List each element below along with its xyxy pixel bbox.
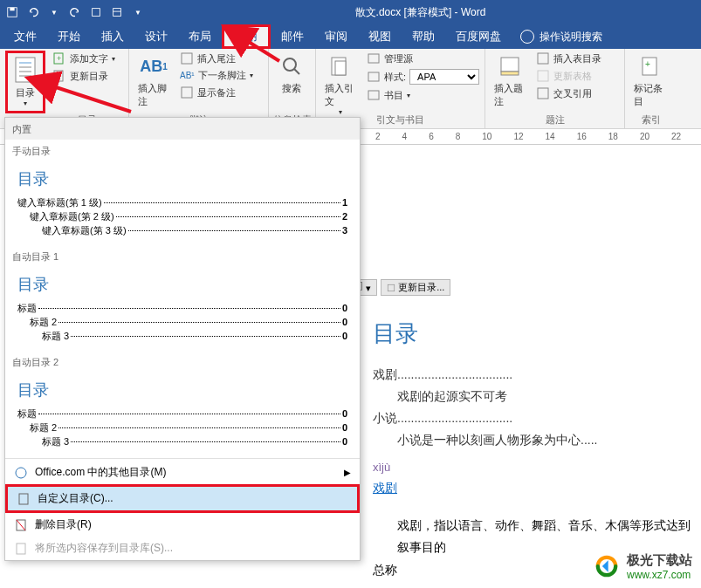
search-button[interactable]: 搜索 bbox=[274, 51, 309, 97]
dd-custom-label: 自定义目录(C)... bbox=[38, 491, 113, 506]
dd-toc-text: 标题 2 bbox=[30, 316, 57, 329]
chevron-down-icon[interactable]: ▼ bbox=[47, 5, 61, 19]
svg-text:+: + bbox=[57, 54, 61, 63]
toc-button[interactable]: 目录 ▾ bbox=[5, 51, 45, 113]
ruler-tick: 18 bbox=[608, 132, 618, 141]
tab-insert[interactable]: 插入 bbox=[91, 24, 134, 49]
doc-link[interactable]: 戏剧 bbox=[373, 481, 397, 495]
remove-icon bbox=[14, 518, 28, 532]
dd-office-more-label: Office.com 中的其他目录(M) bbox=[35, 465, 166, 480]
next-footnote-button[interactable]: AB¹ 下一条脚注▾ bbox=[176, 68, 257, 83]
ribbon-group-captions: 插入题注 插入表目录 更新表格 交叉引用 题注 bbox=[485, 49, 625, 128]
tab-help[interactable]: 帮助 bbox=[402, 24, 445, 49]
tab-file[interactable]: 文件 bbox=[3, 24, 47, 49]
add-text-button[interactable]: + 添加文字▾ bbox=[49, 51, 119, 66]
crossref-button[interactable]: 交叉引用 bbox=[533, 85, 605, 101]
style-select[interactable]: APA bbox=[409, 69, 479, 85]
mark-entry-button[interactable]: + 标记条目 bbox=[630, 51, 669, 110]
tab-mailings[interactable]: 邮件 bbox=[271, 24, 314, 49]
insert-citation-button[interactable]: 插入引文 ▾ bbox=[321, 51, 360, 118]
svg-rect-15 bbox=[182, 87, 192, 98]
doc-toc-title: 目录 bbox=[373, 314, 701, 355]
tab-design[interactable]: 设计 bbox=[134, 24, 178, 49]
menubar: 文件 开始 插入 设计 布局 引用 邮件 审阅 视图 帮助 百度网盘 操作说明搜… bbox=[0, 24, 701, 49]
crossref-icon bbox=[536, 86, 550, 100]
dd-auto1-preview[interactable]: 目录 标题0 标题 20 标题 30 bbox=[5, 267, 360, 351]
tab-home[interactable]: 开始 bbox=[47, 24, 91, 49]
dd-custom-toc[interactable]: 自定义目录(C)... bbox=[5, 484, 360, 513]
svg-line-35 bbox=[17, 520, 25, 530]
insert-tof-button[interactable]: 插入表目录 bbox=[533, 51, 605, 66]
tell-me-label: 操作说明搜索 bbox=[539, 30, 602, 44]
toc-field-control: ▾ 更新目录... bbox=[347, 279, 450, 296]
tab-layout[interactable]: 布局 bbox=[178, 24, 222, 49]
watermark-logo: 极光下载站 www.xz7.com bbox=[592, 551, 692, 581]
redo-icon[interactable] bbox=[68, 5, 82, 19]
manage-sources-button[interactable]: 管理源 bbox=[363, 51, 483, 66]
update-toc-label: 更新目录 bbox=[70, 70, 108, 83]
bibliography-button[interactable]: 书目▾ bbox=[363, 87, 483, 103]
dd-manual-preview[interactable]: 目录 键入章标题(第 1 级)1 键入章标题(第 2 级)2 键入章标题(第 3… bbox=[5, 161, 360, 245]
insert-caption-button[interactable]: 插入题注 bbox=[491, 51, 529, 110]
show-notes-button[interactable]: 显示备注 bbox=[176, 85, 257, 100]
document-body[interactable]: 目录 戏剧.................................. … bbox=[373, 314, 701, 581]
insert-footnote-button[interactable]: AB1 插入脚注 bbox=[134, 51, 173, 110]
logo-name: 极光下载站 bbox=[627, 552, 692, 569]
dd-auto2-label: 自动目录 2 bbox=[5, 351, 360, 373]
page-icon bbox=[17, 492, 31, 506]
dd-auto2-preview[interactable]: 目录 标题0 标题 20 标题 30 bbox=[5, 373, 360, 456]
dd-toc-text: 标题 bbox=[17, 407, 37, 420]
ruler-tick: 20 bbox=[640, 132, 649, 141]
svg-rect-3 bbox=[113, 9, 121, 17]
dd-office-more[interactable]: Office.com 中的其他目录(M) ▶ bbox=[5, 461, 360, 484]
svg-rect-31 bbox=[388, 284, 395, 291]
dd-preview-title: 目录 bbox=[17, 274, 347, 295]
tab-baidu[interactable]: 百度网盘 bbox=[445, 24, 512, 49]
dd-preview-title: 目录 bbox=[17, 379, 347, 400]
window-title: 散文.docx [兼容模式] - Word bbox=[145, 5, 696, 20]
dd-page: 0 bbox=[342, 408, 347, 419]
toc-icon bbox=[11, 57, 39, 85]
tab-view[interactable]: 视图 bbox=[358, 24, 402, 49]
ruler-tick: 12 bbox=[513, 132, 523, 141]
tab-review[interactable]: 审阅 bbox=[314, 24, 358, 49]
dd-toc-text: 标题 bbox=[17, 302, 37, 315]
svg-rect-1 bbox=[10, 8, 14, 11]
update-table-button: 更新表格 bbox=[533, 68, 605, 84]
manage-label: 管理源 bbox=[384, 52, 413, 65]
insert-endnote-button[interactable]: 插入尾注 bbox=[176, 51, 257, 66]
update-toc-button[interactable]: ! 更新目录 bbox=[49, 68, 119, 84]
logo-url: www.xz7.com bbox=[627, 569, 692, 581]
update-table-icon bbox=[536, 69, 550, 83]
toc-update-field-button[interactable]: 更新目录... bbox=[381, 279, 450, 296]
dd-preview-title: 目录 bbox=[17, 168, 347, 189]
svg-point-32 bbox=[16, 468, 26, 478]
mark-entry-label: 标记条目 bbox=[634, 82, 665, 108]
svg-line-17 bbox=[294, 69, 299, 74]
tell-me-search[interactable]: 操作说明搜索 bbox=[520, 30, 602, 44]
dd-remove-label: 删除目录(R) bbox=[35, 517, 92, 532]
save-icon[interactable] bbox=[5, 5, 19, 19]
ruler-tick: 14 bbox=[546, 132, 555, 141]
doc-line: 戏剧的起源实不可考 bbox=[397, 389, 507, 403]
dd-save-gallery: 将所选内容保存到目录库(S)... bbox=[5, 537, 360, 560]
ruler-tick: 4 bbox=[402, 132, 408, 141]
dd-builtin-label: 内置 bbox=[5, 118, 360, 140]
citation-icon bbox=[326, 52, 354, 80]
qat-icon-1[interactable] bbox=[89, 5, 103, 19]
ruler-tick: 6 bbox=[429, 132, 434, 141]
qat-icon-2[interactable] bbox=[110, 5, 124, 19]
tab-references[interactable]: 引用 bbox=[222, 24, 271, 49]
ruler-tick: 22 bbox=[671, 132, 681, 141]
dd-remove-toc[interactable]: 删除目录(R) bbox=[5, 513, 360, 537]
dd-toc-text: 键入章标题(第 1 级) bbox=[17, 196, 102, 209]
insert-footnote-label: 插入脚注 bbox=[138, 82, 169, 108]
undo-icon[interactable] bbox=[26, 5, 40, 19]
qat-dropdown-icon[interactable]: ▼ bbox=[131, 5, 145, 19]
tof-label: 插入表目录 bbox=[553, 52, 601, 65]
dd-page: 1 bbox=[342, 197, 347, 208]
next-footnote-icon: AB¹ bbox=[180, 71, 195, 80]
svg-rect-20 bbox=[368, 54, 379, 63]
add-text-label: 添加文字 bbox=[70, 52, 108, 65]
dd-page: 0 bbox=[342, 436, 347, 447]
